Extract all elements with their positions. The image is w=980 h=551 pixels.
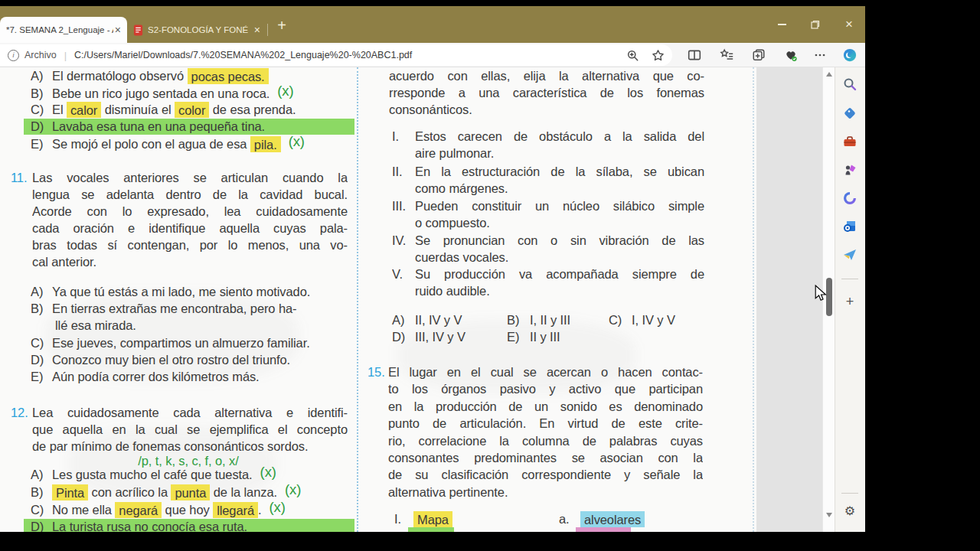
doc-line: consonánticos.: [389, 102, 704, 118]
doc-text: Les gusta mucho el café que tuesta.: [52, 468, 253, 481]
tab-close-icon[interactable]: ×: [113, 24, 122, 35]
doc-line: D)Lavaba esa tuna en una pequeña tina.: [24, 119, 354, 135]
address-separator: |: [64, 50, 67, 61]
doc-line: cada oración e identifique aquella cuyas…: [32, 220, 348, 236]
browser-essentials-button[interactable]: [784, 48, 798, 62]
doc-text: A): [392, 312, 415, 328]
doc-text: II, IV y V: [415, 312, 507, 328]
pdf-file-icon: [133, 24, 143, 36]
answer-x-mark: (x): [285, 481, 301, 497]
screen: *7. SEMANA 2_Lenguaje - ABC1 × S2-FONOLO…: [0, 0, 980, 551]
doc-text: No me ella: [52, 503, 115, 517]
scroll-down-icon[interactable]: [826, 513, 832, 517]
split-screen-button[interactable]: [688, 48, 701, 62]
close-window-button[interactable]: ×: [836, 6, 862, 43]
scroll-up-icon[interactable]: [826, 72, 832, 77]
doc-text: II y III: [530, 330, 560, 344]
doc-text: Acorde con lo expresado, lea cuidadosame…: [32, 204, 348, 218]
doc-line: B)Bebe un rico jugo sentada en una roca.…: [31, 85, 348, 101]
tab-title: S2-FONOLOGÍA Y FONÉTICA.pdf: [148, 25, 248, 34]
highlighted-text: calor: [67, 102, 101, 118]
sidebar-divider: [841, 493, 858, 494]
doc-text: a.: [559, 511, 580, 527]
doc-line: 11.Las vocales anteriores se articulan c…: [11, 170, 348, 186]
doc-text: cada oración e identifique aquella cuyas…: [32, 221, 348, 235]
new-tab-button[interactable]: +: [272, 15, 292, 35]
doc-line: que aquella en la cual se ejemplifica el…: [32, 422, 348, 438]
outlook-icon[interactable]: [842, 219, 858, 234]
tab-strip: *7. SEMANA 2_Lenguaje - ABC1 × S2-FONOLO…: [0, 6, 865, 43]
highlighted-text: punta: [171, 484, 210, 500]
zoom-icon[interactable]: [626, 49, 639, 62]
answer-x-mark: (x): [277, 83, 293, 99]
doc-text: consonánticos.: [389, 103, 472, 116]
doc-line: A)El dermatólogo observó pocas pecas.: [31, 68, 348, 84]
search-icon[interactable]: [842, 77, 858, 92]
microsoft-365-icon[interactable]: [842, 191, 858, 206]
doc-text: D): [392, 329, 415, 345]
doc-line: ruido audible.: [415, 283, 704, 299]
doc-text: Su producción va acompañada siempre de: [415, 267, 704, 281]
tab-separator: [267, 24, 268, 36]
tab-fonologia-fonetica[interactable]: S2-FONOLOGÍA Y FONÉTICA.pdf ×: [130, 17, 265, 43]
address-url[interactable]: C:/Users/Mariel/Downloads/7.%20SEMANA%20…: [74, 50, 626, 60]
doc-line: B)En tierras extrañas me encontraba, per…: [31, 301, 348, 317]
shopping-icon[interactable]: [842, 106, 858, 121]
doc-text: E): [31, 136, 52, 152]
page-info-icon[interactable]: i: [8, 50, 19, 61]
doc-line: A)Ya que tú estás a mi lado, me siento m…: [31, 284, 348, 300]
highlighted-text: pocas pecas.: [188, 68, 269, 84]
doc-line: llé esa mirada.: [55, 318, 346, 334]
doc-line: A)II, IV y VB)I, II y IIIC)I, IV y V: [392, 312, 704, 328]
doc-text: que aquella en la cual se ejemplifica el…: [32, 422, 348, 436]
file-scheme-label: Archivo: [24, 50, 57, 60]
doc-text: .: [258, 503, 261, 517]
answer-x-mark: (x): [260, 464, 276, 480]
column-divider: [357, 67, 358, 532]
doc-line: bras todas sí contengan, por lo menos, u…: [32, 237, 348, 253]
tab-close-icon[interactable]: ×: [253, 24, 262, 35]
minimize-button[interactable]: [769, 6, 795, 43]
customize-sidebar-button[interactable]: +: [842, 294, 858, 309]
doc-line: como márgenes.: [415, 181, 704, 197]
settings-gear-icon[interactable]: ⚙: [842, 504, 858, 519]
address-bar[interactable]: i Archivo | C:/Users/Mariel/Downloads/7.…: [0, 44, 672, 66]
doc-line: I.Estos carecen de obstáculo a la salida…: [392, 129, 704, 145]
doc-text: El lugar en el cual se acercan o hacen c…: [388, 365, 703, 379]
collections-button[interactable]: [752, 48, 766, 62]
doc-text: punto de articulación. En virtud de este…: [388, 416, 703, 430]
doc-line: cuerdas vocales.: [415, 249, 704, 266]
doc-text: Conozco muy bien el otro rostro del triu…: [52, 353, 290, 367]
doc-line: V.Su producción va acompañada siempre de: [392, 266, 704, 282]
doc-text: A): [31, 68, 52, 84]
doc-line: E)Aún podía correr dos kilómetros más.: [31, 369, 348, 385]
doc-text: Se mojó el polo con el agua de esa: [52, 137, 250, 151]
doc-text: I, IV y V: [632, 313, 675, 327]
drop-icon[interactable]: [842, 247, 858, 262]
doc-text: V.: [392, 266, 415, 282]
more-options-button[interactable]: [813, 48, 827, 62]
doc-line: A)Les gusta mucho el café que tuesta.(x): [31, 466, 348, 482]
favorite-star-icon[interactable]: [652, 49, 665, 62]
doc-text: que hoy: [162, 503, 213, 517]
doc-text: En la estructuración de la sílaba, se ub…: [415, 165, 704, 178]
highlighted-text: negará: [115, 502, 162, 518]
doc-line: IV.Se pronuncian con o sin vibración de …: [392, 233, 704, 249]
doc-line: alternativa pertinente.: [388, 484, 703, 500]
answer-x-mark: (x): [269, 499, 285, 515]
doc-text: C): [609, 312, 632, 328]
doc-text: rio, correlacione la columna de palabras…: [388, 434, 703, 448]
games-icon[interactable]: [842, 162, 858, 178]
favorites-bar-button[interactable]: [720, 48, 733, 62]
tab-semana2-lenguaje[interactable]: *7. SEMANA 2_Lenguaje - ABC1 ×: [0, 17, 127, 43]
doc-text: B): [31, 301, 52, 317]
doc-text: D): [31, 519, 52, 532]
doc-text: cal anterior.: [32, 255, 96, 269]
restore-button[interactable]: [802, 6, 828, 43]
doc-text: Ese jueves, compartimos un almuerzo fami…: [52, 336, 310, 350]
copilot-button[interactable]: [842, 47, 858, 63]
doc-text: 12.: [11, 405, 32, 421]
doc-line: III.Pueden constituir un núcleo silábico…: [392, 198, 704, 214]
doc-text: Lavaba esa tuna en una pequeña tina.: [52, 119, 265, 133]
toolbox-icon[interactable]: [842, 134, 858, 149]
